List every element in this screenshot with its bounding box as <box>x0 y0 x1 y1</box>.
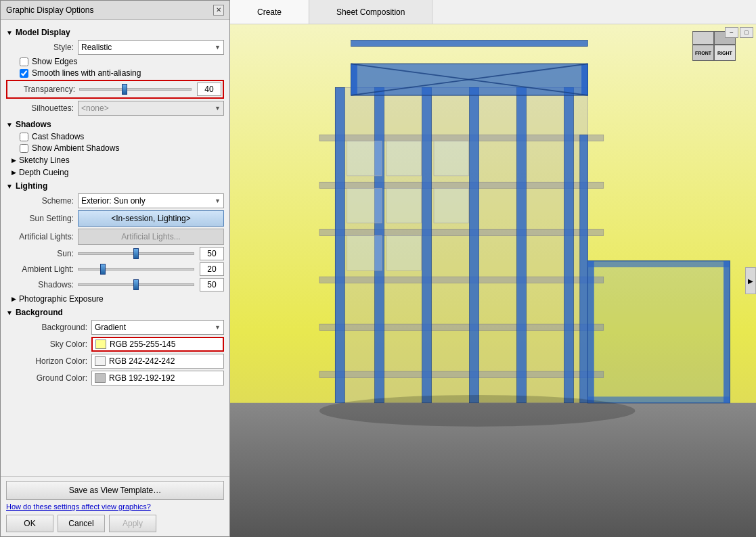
horizon-color-row: Horizon Color: RGB 242-242-242 <box>6 354 224 369</box>
ok-button[interactable]: OK <box>6 515 53 532</box>
sun-value[interactable]: 50 <box>200 247 224 260</box>
background-section-header[interactable]: Background <box>6 308 224 317</box>
svg-rect-15 <box>580 135 588 402</box>
building-scene <box>230 24 756 537</box>
transparency-slider[interactable] <box>79 88 192 91</box>
viewport-window-controls: − □ <box>725 27 753 38</box>
sky-color-row: Sky Color: RGB 255-255-145 <box>6 337 224 352</box>
artificial-lights-value: Artificial Lights... <box>121 232 180 241</box>
svg-rect-29 <box>386 236 421 271</box>
lighting-label: Lighting <box>16 181 47 191</box>
tab-sheet-composition-label: Sheet Composition <box>336 7 405 17</box>
cast-shadows-checkbox[interactable] <box>20 133 28 141</box>
show-edges-checkbox[interactable] <box>20 57 28 66</box>
viewport-panel: Create Sheet Composition <box>230 0 756 537</box>
cancel-label: Cancel <box>68 519 93 528</box>
svg-rect-14 <box>564 87 573 402</box>
shadows-content: Cast Shadows Show Ambient Shadows <box>6 132 224 153</box>
save-template-button[interactable]: Save as View Template… <box>6 481 224 500</box>
viewport-minimize-button[interactable]: − <box>725 27 738 38</box>
horizon-color-text: RGB 242-242-242 <box>109 356 175 366</box>
svg-rect-34 <box>587 396 730 402</box>
ambient-light-slider[interactable] <box>78 268 194 271</box>
ground-color-text: RGB 192-192-192 <box>109 373 175 383</box>
model-display-content: Style: Realistic ▼ Show Edges Smooth lin… <box>6 40 224 116</box>
svg-rect-12 <box>470 87 479 402</box>
model-display-section-header[interactable]: Model Display <box>6 28 224 37</box>
cube-bottom-row: FRONT RIGHT <box>692 45 736 61</box>
svg-rect-24 <box>434 141 468 176</box>
dialog-titlebar: Graphic Display Options ✕ <box>1 1 229 20</box>
depth-cueing-label: Depth Cueing <box>19 168 68 177</box>
ground-color-label: Ground Color: <box>17 373 91 383</box>
sky-color-swatch <box>95 340 106 349</box>
toolbar: Create Sheet Composition <box>230 0 756 24</box>
silhouettes-label: Silhouettes: <box>17 103 78 113</box>
svg-rect-11 <box>422 87 432 402</box>
svg-point-35 <box>319 395 635 427</box>
apply-button[interactable]: Apply <box>109 515 156 532</box>
sketchy-lines-section-header[interactable]: ▶ Sketchy Lines <box>6 156 224 165</box>
cast-shadows-row: Cast Shadows <box>6 132 224 141</box>
ground-color-swatch <box>95 373 106 383</box>
silhouettes-dropdown[interactable]: <none> ▼ <box>78 101 224 116</box>
sketchy-lines-arrow: ▶ <box>12 157 16 164</box>
cancel-button[interactable]: Cancel <box>58 515 105 532</box>
horizon-color-label: Horizon Color: <box>17 356 91 366</box>
style-dropdown[interactable]: Realistic ▼ <box>78 40 224 55</box>
depth-cueing-arrow: ▶ <box>12 169 16 176</box>
depth-cueing-section-header[interactable]: ▶ Depth Cueing <box>6 168 224 177</box>
dialog-close-button[interactable]: ✕ <box>213 5 224 16</box>
svg-rect-3 <box>319 135 604 141</box>
scheme-dropdown[interactable]: Exterior: Sun only ▼ <box>78 193 224 208</box>
silhouettes-dropdown-arrow: ▼ <box>215 105 221 112</box>
background-dropdown[interactable]: Gradient ▼ <box>91 320 224 335</box>
smooth-lines-checkbox[interactable] <box>20 69 28 78</box>
photographic-exposure-arrow: ▶ <box>12 296 16 302</box>
sky-color-text: RGB 255-255-145 <box>110 340 175 349</box>
scheme-row: Scheme: Exterior: Sun only ▼ <box>6 193 224 208</box>
shadows-arrow <box>6 121 13 129</box>
cube-face-right[interactable]: RIGHT <box>714 45 736 61</box>
style-value: Realistic <box>81 43 112 52</box>
lighting-section-header[interactable]: Lighting <box>6 181 224 191</box>
ambient-light-value[interactable]: 20 <box>200 262 224 276</box>
sketchy-lines-label: Sketchy Lines <box>19 156 70 165</box>
sky-color-button[interactable]: RGB 255-255-145 <box>91 337 224 352</box>
artificial-lights-button[interactable]: Artificial Lights... <box>78 229 224 245</box>
shadows-slider-row: Shadows: 50 <box>6 278 224 291</box>
shadows-section-header[interactable]: Shadows <box>6 120 224 129</box>
shadows-slider[interactable] <box>78 283 194 286</box>
background-dropdown-arrow: ▼ <box>215 324 221 331</box>
sun-setting-row: Sun Setting: <In-session, Lighting> <box>6 210 224 227</box>
dialog-body: Model Display Style: Realistic ▼ Show Ed… <box>1 20 229 476</box>
ground-color-row: Ground Color: RGB 192-192-192 <box>6 371 224 386</box>
cube-face-front[interactable]: FRONT <box>692 45 714 61</box>
svg-rect-4 <box>319 182 604 188</box>
sun-slider[interactable] <box>78 252 194 255</box>
photographic-exposure-section-header[interactable]: ▶ Photographic Exposure <box>6 294 224 304</box>
svg-rect-28 <box>347 236 382 271</box>
ambient-light-slider-row: Ambient Light: 20 <box>6 262 224 276</box>
svg-rect-26 <box>386 189 421 223</box>
sun-setting-button[interactable]: <In-session, Lighting> <box>78 210 224 227</box>
ambient-light-label: Ambient Light: <box>17 264 78 274</box>
ambient-shadows-checkbox[interactable] <box>20 144 28 153</box>
scheme-value: Exterior: Sun only <box>81 196 146 206</box>
tab-create[interactable]: Create <box>230 0 309 24</box>
help-link[interactable]: How do these settings affect view graphi… <box>6 503 224 511</box>
ground-color-button[interactable]: RGB 192-192-192 <box>91 371 224 386</box>
transparency-value[interactable]: 40 <box>197 83 221 96</box>
svg-rect-22 <box>347 141 382 176</box>
svg-rect-6 <box>319 277 604 283</box>
horizon-color-button[interactable]: RGB 242-242-242 <box>91 354 224 369</box>
tab-sheet-composition[interactable]: Sheet Composition <box>309 0 432 24</box>
cube-face-top[interactable] <box>692 31 714 45</box>
background-content: Background: Gradient ▼ Sky Color: RGB 25… <box>6 320 224 386</box>
svg-rect-33 <box>587 261 730 267</box>
shadows-value[interactable]: 50 <box>200 278 224 291</box>
viewport-maximize-button[interactable]: □ <box>740 27 753 38</box>
smooth-lines-label: Smooth lines with anti-aliasing <box>32 68 141 78</box>
lighting-content: Scheme: Exterior: Sun only ▼ Sun Setting… <box>6 193 224 291</box>
viewport-right-arrow[interactable]: ▶ <box>745 267 756 294</box>
